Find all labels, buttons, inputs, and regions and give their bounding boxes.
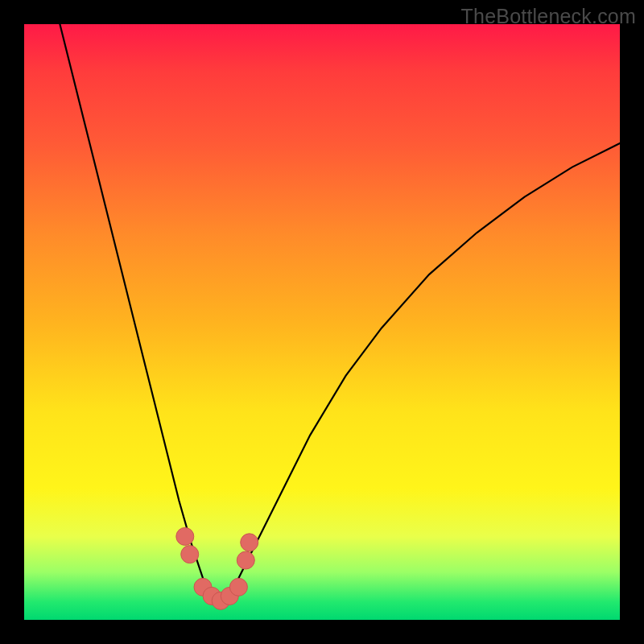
curve-marker: [237, 551, 254, 569]
curve-marker: [241, 534, 258, 551]
bottleneck-curve: [60, 24, 620, 602]
curve-marker: [181, 546, 199, 564]
curve-markers: [176, 527, 258, 609]
chart-overlay: [24, 24, 620, 620]
curve-marker: [176, 527, 194, 545]
curve-marker: [229, 578, 247, 596]
chart-frame: TheBottleneck.com: [0, 0, 644, 644]
watermark-text: TheBottleneck.com: [461, 5, 636, 28]
plot-area: [24, 24, 620, 620]
